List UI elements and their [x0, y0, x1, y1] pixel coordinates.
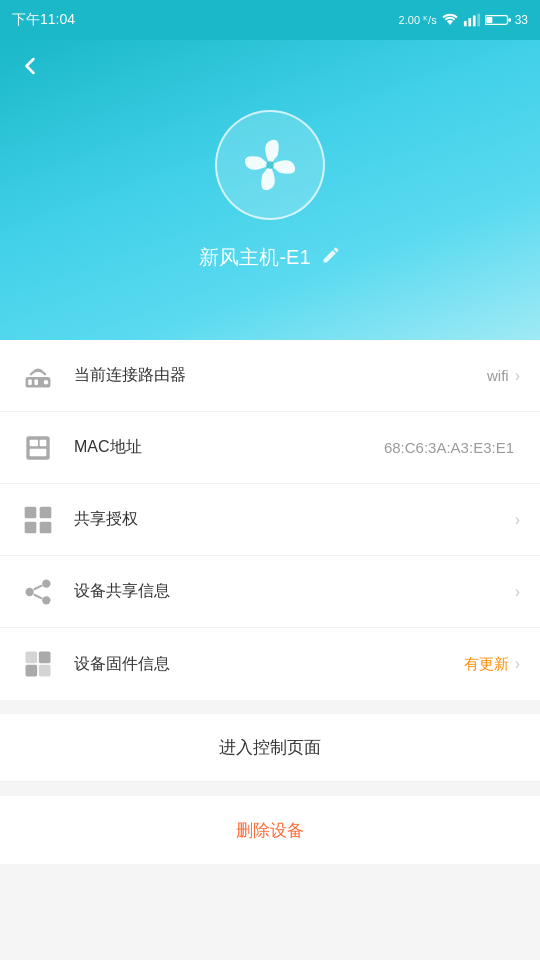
svg-rect-0 — [464, 21, 467, 26]
svg-line-24 — [34, 594, 42, 598]
svg-rect-3 — [477, 14, 480, 27]
svg-rect-18 — [25, 521, 37, 533]
device-icon-circle — [215, 110, 325, 220]
status-time: 下午11:04 — [12, 11, 75, 29]
control-button-label: 进入控制页面 — [219, 736, 321, 759]
svg-rect-9 — [28, 379, 32, 384]
svg-rect-28 — [39, 665, 51, 677]
menu-item-firmware[interactable]: 设备固件信息 有更新 › — [0, 628, 540, 700]
wifi-icon — [441, 13, 459, 27]
mac-svg-icon — [23, 433, 53, 463]
svg-rect-14 — [40, 439, 47, 446]
signal-icon — [463, 13, 481, 27]
svg-point-11 — [44, 380, 48, 384]
separator-1 — [0, 700, 540, 714]
svg-rect-27 — [26, 665, 38, 677]
svg-rect-5 — [508, 18, 511, 21]
svg-rect-26 — [39, 652, 51, 664]
battery-icon — [485, 13, 511, 27]
firmware-label: 设备固件信息 — [74, 654, 464, 675]
svg-rect-1 — [468, 18, 471, 26]
svg-rect-19 — [40, 521, 52, 533]
router-label: 当前连接路由器 — [74, 365, 487, 386]
menu-item-mac[interactable]: MAC地址 68:C6:3A:A3:E3:E1 — [0, 412, 540, 484]
svg-rect-17 — [40, 506, 52, 518]
delete-button-label: 删除设备 — [236, 819, 304, 842]
router-value: wifi — [487, 367, 509, 384]
battery-level: 33 — [515, 13, 528, 27]
share-auth-svg-icon — [23, 505, 53, 535]
firmware-svg-icon — [23, 649, 53, 679]
back-icon — [18, 54, 42, 78]
svg-point-22 — [42, 596, 50, 604]
menu-item-share-info[interactable]: 设备共享信息 › — [0, 556, 540, 628]
device-name-row: 新风主机-E1 — [199, 244, 340, 271]
svg-rect-2 — [473, 16, 476, 27]
share-auth-label: 共享授权 — [74, 509, 509, 530]
firmware-arrow: › — [515, 655, 520, 673]
svg-rect-6 — [486, 17, 492, 23]
status-icons: 2.00 ᴷ/s 33 — [399, 13, 528, 27]
menu-item-share-auth[interactable]: 共享授权 › — [0, 484, 540, 556]
svg-point-20 — [26, 587, 34, 595]
separator-2 — [0, 782, 540, 796]
svg-rect-10 — [34, 379, 38, 384]
pinwheel-icon — [241, 136, 299, 194]
share-info-icon — [20, 574, 56, 610]
share-info-arrow: › — [515, 583, 520, 601]
firmware-icon — [20, 646, 56, 682]
router-svg-icon — [22, 362, 54, 390]
menu-item-router[interactable]: 当前连接路由器 wifi › — [0, 340, 540, 412]
share-auth-icon — [20, 502, 56, 538]
share-info-svg-icon — [23, 577, 53, 607]
svg-point-21 — [42, 579, 50, 587]
control-section[interactable]: 进入控制页面 — [0, 714, 540, 782]
device-name: 新风主机-E1 — [199, 244, 310, 271]
back-button[interactable] — [18, 54, 42, 84]
mac-value: 68:C6:3A:A3:E3:E1 — [384, 439, 514, 456]
firmware-value: 有更新 — [464, 655, 509, 674]
menu-list: 当前连接路由器 wifi › MAC地址 68:C6:3A:A3:E3:E1 共 — [0, 340, 540, 700]
edit-name-button[interactable] — [321, 245, 341, 270]
mac-label: MAC地址 — [74, 437, 384, 458]
hero-section: 新风主机-E1 — [0, 40, 540, 340]
status-bar: 下午11:04 2.00 ᴷ/s 33 — [0, 0, 540, 40]
svg-rect-13 — [30, 439, 38, 446]
svg-rect-25 — [26, 652, 38, 664]
svg-rect-15 — [30, 448, 47, 456]
edit-icon — [321, 245, 341, 265]
svg-point-7 — [266, 161, 274, 169]
share-info-label: 设备共享信息 — [74, 581, 509, 602]
share-auth-arrow: › — [515, 511, 520, 529]
delete-section[interactable]: 删除设备 — [0, 796, 540, 864]
svg-line-23 — [34, 585, 42, 589]
svg-rect-16 — [25, 506, 37, 518]
speed-indicator: 2.00 ᴷ/s — [399, 14, 437, 27]
router-arrow: › — [515, 367, 520, 385]
mac-icon — [20, 430, 56, 466]
router-icon — [20, 358, 56, 394]
